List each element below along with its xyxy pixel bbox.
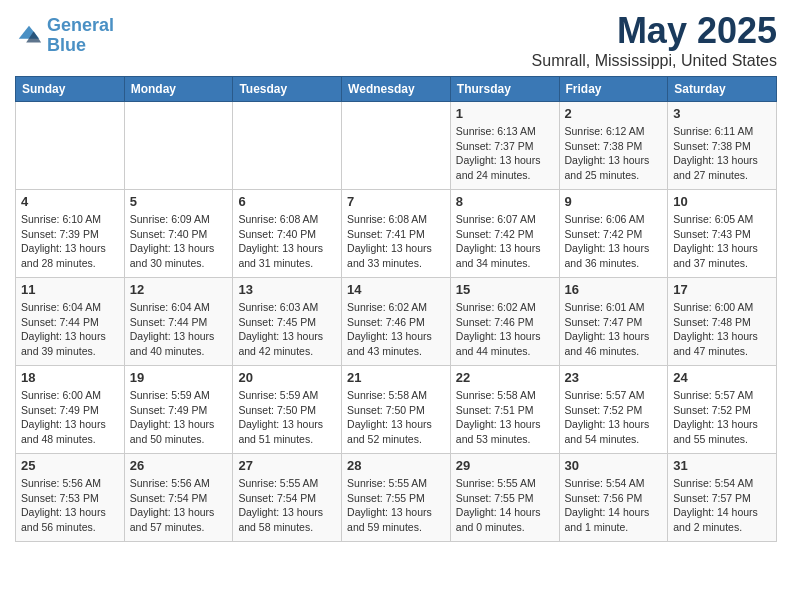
calendar-cell: 23Sunrise: 5:57 AM Sunset: 7:52 PM Dayli…	[559, 366, 668, 454]
day-number: 9	[565, 194, 663, 209]
day-number: 8	[456, 194, 554, 209]
day-info: Sunrise: 5:56 AM Sunset: 7:54 PM Dayligh…	[130, 476, 228, 535]
day-info: Sunrise: 5:55 AM Sunset: 7:54 PM Dayligh…	[238, 476, 336, 535]
col-header-monday: Monday	[124, 77, 233, 102]
day-info: Sunrise: 6:00 AM Sunset: 7:49 PM Dayligh…	[21, 388, 119, 447]
header: General Blue May 2025 Sumrall, Mississip…	[15, 10, 777, 70]
day-number: 17	[673, 282, 771, 297]
day-info: Sunrise: 5:57 AM Sunset: 7:52 PM Dayligh…	[673, 388, 771, 447]
subtitle: Sumrall, Mississippi, United States	[532, 52, 777, 70]
calendar-cell: 10Sunrise: 6:05 AM Sunset: 7:43 PM Dayli…	[668, 190, 777, 278]
calendar-cell: 3Sunrise: 6:11 AM Sunset: 7:38 PM Daylig…	[668, 102, 777, 190]
day-number: 30	[565, 458, 663, 473]
col-header-wednesday: Wednesday	[342, 77, 451, 102]
calendar-cell: 6Sunrise: 6:08 AM Sunset: 7:40 PM Daylig…	[233, 190, 342, 278]
day-info: Sunrise: 6:02 AM Sunset: 7:46 PM Dayligh…	[347, 300, 445, 359]
day-number: 1	[456, 106, 554, 121]
calendar-cell: 19Sunrise: 5:59 AM Sunset: 7:49 PM Dayli…	[124, 366, 233, 454]
day-number: 5	[130, 194, 228, 209]
calendar-cell	[342, 102, 451, 190]
day-info: Sunrise: 6:06 AM Sunset: 7:42 PM Dayligh…	[565, 212, 663, 271]
col-header-friday: Friday	[559, 77, 668, 102]
day-number: 4	[21, 194, 119, 209]
calendar-cell: 15Sunrise: 6:02 AM Sunset: 7:46 PM Dayli…	[450, 278, 559, 366]
day-info: Sunrise: 6:04 AM Sunset: 7:44 PM Dayligh…	[21, 300, 119, 359]
day-number: 2	[565, 106, 663, 121]
logo: General Blue	[15, 16, 114, 56]
calendar-cell: 2Sunrise: 6:12 AM Sunset: 7:38 PM Daylig…	[559, 102, 668, 190]
day-info: Sunrise: 5:59 AM Sunset: 7:49 PM Dayligh…	[130, 388, 228, 447]
calendar-header-row: SundayMondayTuesdayWednesdayThursdayFrid…	[16, 77, 777, 102]
day-number: 27	[238, 458, 336, 473]
day-number: 22	[456, 370, 554, 385]
calendar-cell: 18Sunrise: 6:00 AM Sunset: 7:49 PM Dayli…	[16, 366, 125, 454]
day-number: 19	[130, 370, 228, 385]
col-header-saturday: Saturday	[668, 77, 777, 102]
day-info: Sunrise: 5:59 AM Sunset: 7:50 PM Dayligh…	[238, 388, 336, 447]
day-number: 21	[347, 370, 445, 385]
col-header-thursday: Thursday	[450, 77, 559, 102]
calendar-week-4: 18Sunrise: 6:00 AM Sunset: 7:49 PM Dayli…	[16, 366, 777, 454]
calendar-cell: 27Sunrise: 5:55 AM Sunset: 7:54 PM Dayli…	[233, 454, 342, 542]
calendar-cell: 25Sunrise: 5:56 AM Sunset: 7:53 PM Dayli…	[16, 454, 125, 542]
day-number: 11	[21, 282, 119, 297]
day-number: 29	[456, 458, 554, 473]
day-info: Sunrise: 6:08 AM Sunset: 7:40 PM Dayligh…	[238, 212, 336, 271]
day-number: 14	[347, 282, 445, 297]
day-number: 26	[130, 458, 228, 473]
day-info: Sunrise: 6:01 AM Sunset: 7:47 PM Dayligh…	[565, 300, 663, 359]
day-info: Sunrise: 5:57 AM Sunset: 7:52 PM Dayligh…	[565, 388, 663, 447]
day-info: Sunrise: 6:04 AM Sunset: 7:44 PM Dayligh…	[130, 300, 228, 359]
logo-icon	[15, 22, 43, 50]
title-area: May 2025 Sumrall, Mississippi, United St…	[532, 10, 777, 70]
day-number: 31	[673, 458, 771, 473]
day-number: 25	[21, 458, 119, 473]
calendar-cell: 26Sunrise: 5:56 AM Sunset: 7:54 PM Dayli…	[124, 454, 233, 542]
calendar-cell: 16Sunrise: 6:01 AM Sunset: 7:47 PM Dayli…	[559, 278, 668, 366]
day-info: Sunrise: 5:55 AM Sunset: 7:55 PM Dayligh…	[456, 476, 554, 535]
day-number: 10	[673, 194, 771, 209]
calendar-cell	[233, 102, 342, 190]
day-info: Sunrise: 5:54 AM Sunset: 7:56 PM Dayligh…	[565, 476, 663, 535]
day-info: Sunrise: 5:58 AM Sunset: 7:51 PM Dayligh…	[456, 388, 554, 447]
day-info: Sunrise: 6:02 AM Sunset: 7:46 PM Dayligh…	[456, 300, 554, 359]
calendar-cell: 8Sunrise: 6:07 AM Sunset: 7:42 PM Daylig…	[450, 190, 559, 278]
logo-text: General Blue	[47, 16, 114, 56]
calendar-cell: 7Sunrise: 6:08 AM Sunset: 7:41 PM Daylig…	[342, 190, 451, 278]
calendar-cell: 29Sunrise: 5:55 AM Sunset: 7:55 PM Dayli…	[450, 454, 559, 542]
day-info: Sunrise: 5:58 AM Sunset: 7:50 PM Dayligh…	[347, 388, 445, 447]
calendar-cell: 31Sunrise: 5:54 AM Sunset: 7:57 PM Dayli…	[668, 454, 777, 542]
day-info: Sunrise: 6:10 AM Sunset: 7:39 PM Dayligh…	[21, 212, 119, 271]
day-number: 7	[347, 194, 445, 209]
calendar-cell: 21Sunrise: 5:58 AM Sunset: 7:50 PM Dayli…	[342, 366, 451, 454]
day-info: Sunrise: 6:08 AM Sunset: 7:41 PM Dayligh…	[347, 212, 445, 271]
calendar-cell: 12Sunrise: 6:04 AM Sunset: 7:44 PM Dayli…	[124, 278, 233, 366]
day-number: 24	[673, 370, 771, 385]
main-title: May 2025	[532, 10, 777, 52]
day-info: Sunrise: 5:56 AM Sunset: 7:53 PM Dayligh…	[21, 476, 119, 535]
col-header-tuesday: Tuesday	[233, 77, 342, 102]
day-number: 16	[565, 282, 663, 297]
day-info: Sunrise: 6:03 AM Sunset: 7:45 PM Dayligh…	[238, 300, 336, 359]
day-info: Sunrise: 6:11 AM Sunset: 7:38 PM Dayligh…	[673, 124, 771, 183]
day-number: 20	[238, 370, 336, 385]
calendar-cell: 22Sunrise: 5:58 AM Sunset: 7:51 PM Dayli…	[450, 366, 559, 454]
calendar-table: SundayMondayTuesdayWednesdayThursdayFrid…	[15, 76, 777, 542]
calendar-cell: 17Sunrise: 6:00 AM Sunset: 7:48 PM Dayli…	[668, 278, 777, 366]
calendar-cell: 9Sunrise: 6:06 AM Sunset: 7:42 PM Daylig…	[559, 190, 668, 278]
day-info: Sunrise: 5:54 AM Sunset: 7:57 PM Dayligh…	[673, 476, 771, 535]
logo-blue: Blue	[47, 35, 86, 55]
day-info: Sunrise: 6:12 AM Sunset: 7:38 PM Dayligh…	[565, 124, 663, 183]
calendar-cell: 30Sunrise: 5:54 AM Sunset: 7:56 PM Dayli…	[559, 454, 668, 542]
calendar-cell	[124, 102, 233, 190]
day-number: 15	[456, 282, 554, 297]
calendar-cell: 28Sunrise: 5:55 AM Sunset: 7:55 PM Dayli…	[342, 454, 451, 542]
day-info: Sunrise: 6:07 AM Sunset: 7:42 PM Dayligh…	[456, 212, 554, 271]
day-info: Sunrise: 6:09 AM Sunset: 7:40 PM Dayligh…	[130, 212, 228, 271]
calendar-cell: 5Sunrise: 6:09 AM Sunset: 7:40 PM Daylig…	[124, 190, 233, 278]
logo-general: General	[47, 15, 114, 35]
calendar-week-1: 1Sunrise: 6:13 AM Sunset: 7:37 PM Daylig…	[16, 102, 777, 190]
day-number: 3	[673, 106, 771, 121]
calendar-cell: 24Sunrise: 5:57 AM Sunset: 7:52 PM Dayli…	[668, 366, 777, 454]
calendar-cell: 14Sunrise: 6:02 AM Sunset: 7:46 PM Dayli…	[342, 278, 451, 366]
